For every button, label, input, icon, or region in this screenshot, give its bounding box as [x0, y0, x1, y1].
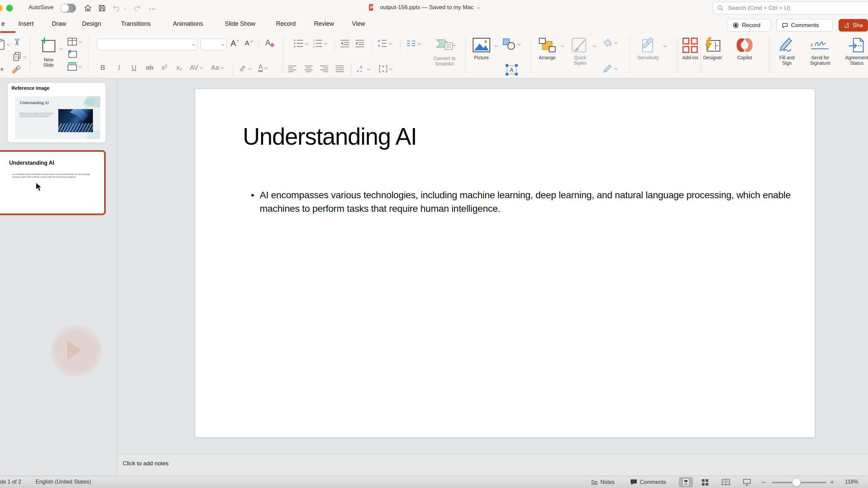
zoom-slider-knob[interactable] [792, 478, 801, 487]
autosave-toggle[interactable] [60, 4, 76, 13]
designer-button[interactable]: Designer [703, 37, 722, 61]
new-slide-button[interactable]: New Slide [38, 37, 59, 68]
font-name-select[interactable] [97, 39, 197, 50]
tab-view[interactable]: View [352, 20, 365, 27]
copy-button[interactable] [12, 52, 25, 62]
increase-font-button[interactable]: A^ [231, 39, 239, 48]
text-direction-button[interactable]: A [356, 64, 369, 73]
slide-layout-button[interactable] [67, 37, 81, 46]
tab-design[interactable]: Design [82, 20, 101, 27]
tab-insert[interactable]: Insert [18, 20, 34, 27]
record-button[interactable]: Record [727, 19, 771, 32]
slide-thumbnail-2-selected[interactable]: Understanding AI AI encompasses various … [0, 150, 106, 215]
change-case-button[interactable]: Aa [211, 64, 223, 72]
search-bar[interactable] [713, 2, 868, 14]
language-indicator[interactable]: English (United States) [36, 479, 91, 485]
comments-toggle-button[interactable]: Comments [630, 477, 666, 487]
text-box-button[interactable]: A [505, 64, 518, 76]
tab-home[interactable]: e [1, 20, 5, 27]
align-center-button[interactable] [304, 64, 313, 73]
comments-button[interactable]: Comments [776, 19, 833, 32]
fill-and-sign-button[interactable]: Fill and Sign [775, 37, 799, 66]
reading-view-button[interactable] [719, 477, 733, 487]
line-spacing-button[interactable] [377, 39, 391, 48]
italic-button[interactable]: I [118, 64, 120, 72]
numbering-button[interactable]: 123 [313, 39, 327, 48]
undo-chevron-icon[interactable] [123, 6, 127, 10]
notes-placeholder[interactable]: Click to add notes [123, 460, 169, 467]
tab-animations[interactable]: Animations [173, 20, 203, 27]
align-left-button[interactable] [288, 64, 297, 73]
quick-styles-button[interactable]: Quick Styles [570, 37, 590, 66]
increase-indent-button[interactable] [355, 39, 365, 48]
underline-button[interactable]: U [132, 64, 136, 72]
document-title-group[interactable]: P output-156.pptx — Saved to my Mac [368, 3, 479, 12]
cut-button[interactable]: ✂ [13, 37, 21, 48]
align-text-button[interactable] [378, 64, 392, 73]
agreement-status-button[interactable]: Agreement Status [842, 37, 868, 66]
slide-canvas[interactable]: Understanding AI AI encompasses various … [117, 78, 868, 454]
format-painter-button[interactable] [12, 65, 22, 75]
notes-pane[interactable]: Click to add notes [117, 454, 868, 476]
font-size-select[interactable] [201, 39, 226, 50]
shapes-button[interactable] [502, 38, 520, 50]
share-button-label: Sha [853, 22, 863, 29]
zoom-in-button[interactable]: + [830, 478, 834, 486]
current-slide[interactable]: Understanding AI AI encompasses various … [195, 89, 815, 438]
shape-outline-button[interactable] [603, 64, 617, 73]
highlight-pen-icon [238, 64, 247, 73]
strikethrough-button[interactable]: ab [146, 64, 153, 72]
change-case-icon: Aa [211, 64, 219, 72]
slide-body-textbox[interactable]: AI encompasses various technologies, inc… [260, 188, 792, 216]
slide-thumbnail-1[interactable]: Reference Image Understanding AI AI enco… [7, 82, 106, 143]
notes-toggle-button[interactable]: Notes [591, 477, 615, 487]
columns-button[interactable] [406, 39, 420, 48]
character-spacing-button[interactable]: AV [190, 64, 202, 72]
tab-review[interactable]: Review [314, 20, 334, 27]
normal-view-button[interactable] [679, 477, 693, 487]
highlight-button[interactable] [238, 64, 251, 73]
bullets-button[interactable] [294, 39, 308, 48]
decrease-font-button[interactable]: A [245, 39, 252, 47]
group-divider [629, 37, 630, 73]
tab-transitions[interactable]: Transitions [121, 20, 151, 27]
redo-icon[interactable] [133, 4, 142, 13]
zoom-out-button[interactable]: − [762, 478, 766, 486]
undo-icon[interactable] [112, 4, 121, 13]
bold-button[interactable]: B [100, 64, 105, 72]
justify-button[interactable] [335, 64, 344, 73]
reset-slide-button[interactable] [67, 49, 77, 58]
more-commands-icon[interactable]: … [149, 3, 156, 12]
sensitivity-button[interactable]: Sensitivity [637, 37, 659, 61]
slide-title-textbox[interactable]: Understanding AI [243, 123, 417, 150]
convert-smartart-button[interactable]: Convert to SmartArt [426, 37, 463, 66]
copilot-button[interactable]: Copilot [735, 37, 754, 61]
clear-formatting-button[interactable]: A [265, 38, 274, 47]
slideshow-view-button[interactable] [740, 477, 754, 487]
workspace: Reference Image Understanding AI AI enco… [0, 78, 868, 454]
home-icon[interactable] [83, 4, 92, 13]
share-button[interactable]: Sha [839, 19, 868, 32]
subscript-button[interactable]: x₂ [176, 64, 182, 72]
save-icon[interactable] [98, 4, 106, 13]
tab-slide-show[interactable]: Slide Show [225, 20, 255, 27]
slide-sorter-view-button[interactable] [698, 477, 712, 487]
minimize-traffic-light[interactable] [0, 5, 3, 12]
send-for-signature-button[interactable]: x Send for Signature [806, 37, 835, 66]
picture-button[interactable]: Picture [472, 37, 491, 61]
shape-fill-button[interactable] [603, 38, 617, 47]
search-input[interactable] [727, 4, 851, 12]
decrease-indent-button[interactable] [340, 39, 350, 48]
font-color-button[interactable]: A [258, 64, 267, 72]
section-button[interactable] [67, 62, 81, 71]
add-ins-button[interactable]: Add-ins [682, 37, 699, 61]
arrange-button[interactable]: Arrange [538, 37, 557, 61]
superscript-button[interactable]: x² [161, 64, 167, 72]
reading-view-icon [722, 479, 730, 486]
zoom-level[interactable]: 118% [845, 479, 859, 485]
align-right-button[interactable] [319, 64, 329, 73]
paste-button[interactable] [0, 39, 9, 50]
tab-draw[interactable]: Draw [52, 20, 66, 27]
zoom-traffic-light[interactable] [6, 5, 13, 12]
tab-record[interactable]: Record [276, 20, 296, 27]
